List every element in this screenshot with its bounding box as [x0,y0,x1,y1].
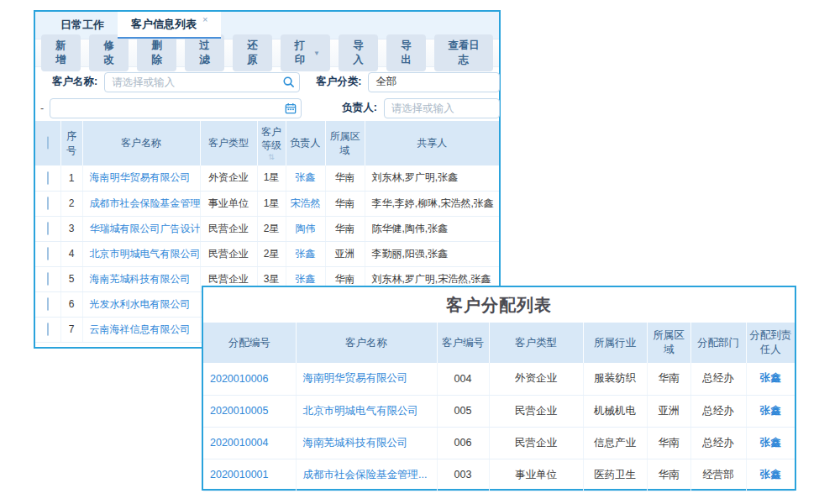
sort-icon[interactable]: ⇅ [260,154,284,161]
customer-name-link[interactable]: 北京市明城电气有限公司 [296,395,437,427]
customer-table-row: 4 北京市明城电气有限公司 民营企业 2星 张鑫 亚洲 李勤丽,阳强,张鑫 [35,241,499,266]
header-checkbox-cell [35,121,60,165]
customer-name-link[interactable]: 云南海祥信息有限公司 [82,317,200,342]
toolbar-button[interactable]: 查看日志 [434,34,493,71]
owner-link[interactable]: 张鑫 [286,165,325,191]
customer-allocation-panel: 客户分配列表 分配编号 客户名称 客户编号 客户类型 所属行业 所属区域 分配部… [202,286,796,491]
assignee-link[interactable]: 张鑫 [746,427,795,459]
date-range-separator: - [40,102,44,114]
customer-no-cell: 004 [437,363,489,395]
row-checkbox[interactable] [47,323,49,336]
customer-level-cell: 2星 [257,241,286,266]
tab-close-icon[interactable]: × [202,14,207,24]
customer-level-cell: 1星 [257,191,286,216]
dept-cell: 总经办 [690,395,746,427]
select-all-checkbox[interactable] [47,136,49,150]
customer-name-link[interactable]: 光发水利水电有限公司 [82,291,200,317]
owner-link[interactable]: 宋浩然 [286,191,325,216]
customer-name-link[interactable]: 海南明华贸易有限公司 [296,363,437,395]
row-checkbox[interactable] [47,247,49,260]
customer-type-cell: 外资企业 [200,165,257,191]
customer-category-select[interactable] [368,72,500,92]
customer-name-input[interactable] [104,72,300,92]
row-checkbox-cell [35,317,60,342]
toolbar-button[interactable]: 导出 [386,34,426,71]
toolbar-button[interactable]: 打印 ▼ [281,34,330,71]
row-checkbox[interactable] [47,222,49,235]
row-checkbox-cell [35,241,60,266]
col-owner: 负责人 [286,121,325,165]
col-industry: 所属行业 [583,323,647,363]
industry-cell: 医药卫生 [583,459,647,491]
customer-table-row: 1 海南明华贸易有限公司 外资企业 1星 张鑫 华南 刘东林,罗广明,张鑫 [35,165,499,191]
toolbar-button[interactable]: 导入 [339,34,378,71]
allocation-panel-title: 客户分配列表 [203,287,795,323]
region-cell: 华南 [325,216,365,241]
row-checkbox-cell [35,216,60,241]
col-shared: 共享人 [365,121,499,165]
dept-cell: 总经办 [690,427,746,459]
seq-cell: 2 [60,191,82,216]
assignee-link[interactable]: 张鑫 [746,363,795,395]
customer-type-cell: 民营企业 [489,395,583,427]
owner-link[interactable]: 张鑫 [286,241,325,266]
alloc-no-link[interactable]: 2020010005 [203,395,296,427]
col-region: 所属区域 [647,323,690,363]
col-dept: 分配部门 [690,323,746,363]
customer-name-link[interactable]: 海南明华贸易有限公司 [82,165,200,191]
customer-name-link[interactable]: 海南芜城科技有限公司 [82,266,200,291]
allocation-table-row: 2020010001 成都市社会保险基金管理... 003 事业单位 医药卫生 … [203,459,795,491]
row-checkbox[interactable] [47,297,49,311]
dept-cell: 总经办 [690,363,746,395]
tab[interactable]: 日常工作 [47,12,118,39]
customer-no-cell: 005 [437,395,489,427]
tab[interactable]: 客户信息列表 × [118,12,221,39]
customer-name-link[interactable]: 成都市社会保险基金管理... [82,191,200,216]
allocation-table-header-row: 分配编号 客户名称 客户编号 客户类型 所属行业 所属区域 分配部门 分配到责任… [203,323,795,363]
row-checkbox[interactable] [47,171,49,185]
customer-type-cell: 民营企业 [489,427,583,459]
customer-name-link[interactable]: 北京市明城电气有限公司 [82,241,200,266]
seq-cell: 7 [60,317,82,342]
toolbar-button[interactable]: 还原 [233,34,272,71]
alloc-no-link[interactable]: 2020010004 [203,427,296,459]
industry-cell: 服装纺织 [583,363,647,395]
owner-input[interactable] [384,98,500,118]
customer-level-cell: 2星 [257,216,286,241]
alloc-no-link[interactable]: 2020010006 [203,363,296,395]
col-customer-level[interactable]: 客户等级⇅ [257,121,286,165]
toolbar: 新增 修改 删除 过滤 还原 打印 [35,39,499,67]
customer-name-label: 客户名称: [52,75,97,89]
customer-type-cell: 民营企业 [200,241,257,266]
assignee-link[interactable]: 张鑫 [746,395,795,427]
shared-cell: 陈华健,陶伟,张鑫 [365,216,499,241]
row-checkbox[interactable] [47,197,49,210]
customer-no-cell: 006 [437,427,489,459]
calendar-icon[interactable] [284,102,297,114]
customer-name-link[interactable]: 成都市社会保险基金管理... [296,459,437,491]
toolbar-button[interactable]: 修改 [89,34,129,71]
customer-name-link[interactable]: 海南芜城科技有限公司 [296,427,437,459]
row-checkbox-cell [35,291,60,317]
date-to-input[interactable] [50,98,302,118]
assignee-link[interactable]: 张鑫 [746,459,795,491]
allocation-table-row: 2020010005 北京市明城电气有限公司 005 民营企业 机械机电 亚洲 … [203,395,795,427]
col-alloc-no: 分配编号 [203,323,296,363]
customer-table-row: 2 成都市社会保险基金管理... 事业单位 1星 宋浩然 华南 李华,李婷,柳琳… [35,191,499,216]
alloc-no-link[interactable]: 2020010001 [203,459,296,491]
allocation-table-row: 2020010004 海南芜城科技有限公司 006 民营企业 信息产业 华南 总… [203,427,795,459]
owner-label: 负责人: [342,101,377,115]
region-cell: 亚洲 [647,395,690,427]
toolbar-button[interactable]: 删除 [137,34,176,71]
customer-name-link[interactable]: 华瑞城有限公司广告设计部 [82,216,200,241]
region-cell: 华南 [647,459,690,491]
row-checkbox[interactable] [47,272,49,286]
col-region: 所属区域 [325,121,365,165]
industry-cell: 机械机电 [583,395,647,427]
seq-cell: 1 [60,165,82,191]
search-icon[interactable] [282,76,295,88]
seq-cell: 5 [60,266,82,291]
owner-link[interactable]: 陶伟 [286,216,325,241]
toolbar-button[interactable]: 过滤 [185,34,224,71]
toolbar-button[interactable]: 新增 [41,34,81,71]
